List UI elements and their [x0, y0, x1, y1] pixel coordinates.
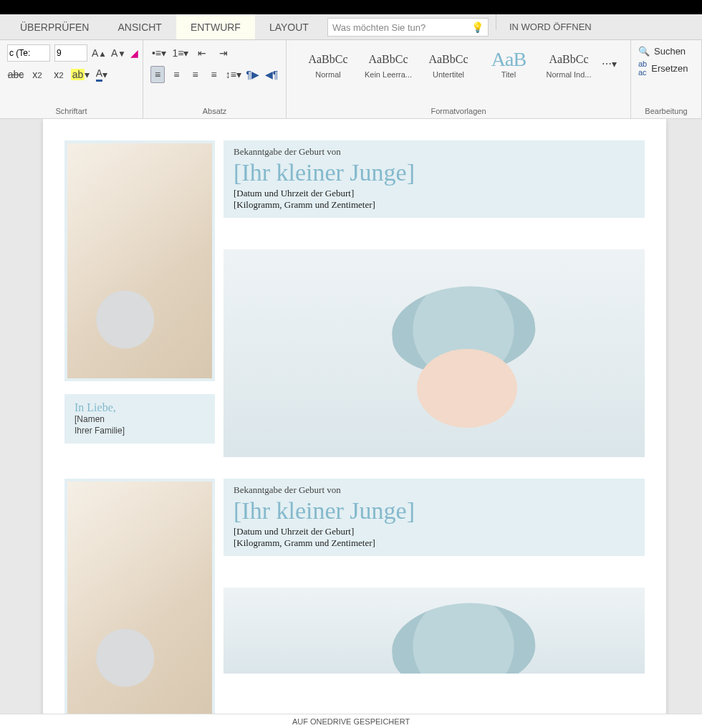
ribbon: A▲ A▼ ◢ abc x2 x2 ab▾ A▾ Schriftart •≡▾ …: [0, 40, 702, 119]
replace-label: Ersetzen: [651, 63, 688, 74]
style-sample: AaBbCc: [542, 49, 596, 70]
pacifier-image: [67, 482, 212, 717]
replace-button[interactable]: abac Ersetzen: [638, 59, 694, 77]
style-label: Normal Ind...: [542, 70, 596, 79]
love-heading: In Liebe,: [74, 401, 205, 414]
font-size-combo[interactable]: [54, 44, 87, 62]
group-editing: 🔍 Suchen abac Ersetzen Bearbeitung: [631, 40, 702, 118]
group-paragraph: •≡▾ 1≡▾ ⇤ ⇥ ≡ ≡ ≡ ≡ ↕≡▾ ¶▶ ◀¶ Absatz: [143, 40, 287, 118]
announce-header[interactable]: Bekanntgabe der Geburt von [Ihr kleiner …: [223, 140, 645, 218]
announcement-card-1: In Liebe, [Namen Ihrer Familie] Bekanntg…: [64, 140, 645, 457]
shrink-font-button[interactable]: A▼: [111, 44, 126, 62]
separator: [496, 14, 496, 30]
superscript-button[interactable]: x2: [50, 66, 67, 83]
style-label: Kein Leerra...: [361, 70, 415, 79]
highlight-button[interactable]: ab▾: [72, 66, 89, 83]
ltr-button[interactable]: ¶▶: [246, 66, 260, 83]
announce-title: [Ihr kleiner Junge]: [234, 497, 635, 525]
group-label-paragraph: Absatz: [150, 105, 279, 117]
style-no-spacing[interactable]: AaBbCc Kein Leerra...: [360, 47, 417, 80]
family-line1: [Namen: [74, 414, 205, 426]
group-label-font: Schriftart: [7, 105, 135, 117]
page-1[interactable]: In Liebe, [Namen Ihrer Familie] Bekanntg…: [43, 119, 666, 721]
subscript-button[interactable]: x2: [29, 66, 46, 83]
align-right-button[interactable]: ≡: [188, 66, 202, 83]
announcement-card-2: Bekanntgabe der Geburt von [Ihr kleiner …: [64, 479, 645, 719]
font-color-button[interactable]: A▾: [93, 66, 110, 83]
rtl-button[interactable]: ◀¶: [264, 66, 279, 83]
style-sample: AaBbCc: [421, 49, 476, 70]
pacifier-image: [67, 143, 212, 378]
align-center-button[interactable]: ≡: [169, 66, 183, 83]
styles-gallery: AaBbCc Normal AaBbCc Kein Leerra... AaBb…: [294, 44, 623, 80]
clear-format-button[interactable]: ◢: [130, 44, 138, 62]
style-normal[interactable]: AaBbCc Normal: [299, 47, 357, 80]
announce-header[interactable]: Bekanntgabe der Geburt von [Ihr kleiner …: [223, 479, 645, 556]
style-sample: AaBbCc: [361, 49, 415, 70]
grow-font-button[interactable]: A▲: [92, 44, 107, 62]
tab-view[interactable]: ANSICHT: [103, 14, 176, 39]
announce-line2: [Kilogramm, Gramm und Zentimeter]: [234, 199, 635, 211]
baby-face-shape: [417, 349, 517, 428]
status-bar: AUF ONEDRIVE GESPEICHERT: [0, 714, 702, 728]
document-canvas[interactable]: In Liebe, [Namen Ihrer Familie] Bekanntg…: [0, 119, 702, 721]
replace-icon: abac: [638, 59, 647, 77]
decrease-indent-button[interactable]: ⇤: [193, 44, 211, 62]
open-in-word-link[interactable]: IN WORD ÖFFNEN: [499, 14, 602, 39]
baby-image[interactable]: [223, 588, 645, 674]
font-name-combo[interactable]: [7, 44, 50, 62]
image-frame-small[interactable]: [64, 140, 215, 381]
style-sample: AaB: [481, 49, 536, 70]
tab-layout[interactable]: LAYOUT: [255, 14, 323, 39]
announce-line2: [Kilogramm, Gramm und Zentimeter]: [234, 537, 635, 549]
style-normal-indent[interactable]: AaBbCc Normal Ind...: [540, 47, 597, 80]
announce-pretext: Bekanntgabe der Geburt von: [234, 484, 635, 496]
tell-me-placeholder: Was möchten Sie tun?: [332, 22, 425, 33]
style-sample: AaBbCc: [301, 49, 355, 70]
style-subtitle[interactable]: AaBbCc Untertitel: [420, 47, 477, 80]
justify-button[interactable]: ≡: [207, 66, 221, 83]
ribbon-tabs: ÜBERPRÜFEN ANSICHT ENTWURF LAYOUT Was mö…: [0, 14, 702, 40]
find-button[interactable]: 🔍 Suchen: [638, 46, 694, 57]
numbering-button[interactable]: 1≡▾: [172, 44, 189, 62]
tab-review[interactable]: ÜBERPRÜFEN: [6, 14, 103, 39]
align-left-button[interactable]: ≡: [150, 66, 165, 83]
baby-image[interactable]: [223, 249, 645, 457]
group-label-styles: Formatvorlagen: [294, 105, 623, 117]
styles-more-button[interactable]: ⋯▾: [600, 55, 617, 72]
family-line2: Ihrer Familie]: [74, 426, 205, 437]
love-box[interactable]: In Liebe, [Namen Ihrer Familie]: [64, 394, 215, 444]
announce-pretext: Bekanntgabe der Geburt von: [234, 146, 635, 158]
announce-line1: [Datum und Uhrzeit der Geburt]: [234, 526, 635, 537]
style-label: Normal: [301, 70, 355, 79]
title-bar: [0, 0, 702, 14]
status-text: AUF ONEDRIVE GESPEICHERT: [292, 717, 410, 726]
line-spacing-button[interactable]: ↕≡▾: [226, 66, 241, 83]
lightbulb-icon: 💡: [471, 21, 484, 33]
binoculars-icon: 🔍: [638, 46, 650, 57]
group-styles: AaBbCc Normal AaBbCc Kein Leerra... AaBb…: [287, 40, 631, 118]
style-label: Untertitel: [421, 70, 476, 79]
strikethrough-button[interactable]: abc: [7, 66, 24, 83]
group-font: A▲ A▼ ◢ abc x2 x2 ab▾ A▾ Schriftart: [0, 40, 143, 118]
announce-title: [Ihr kleiner Junge]: [234, 159, 635, 186]
group-label-editing: Bearbeitung: [638, 105, 694, 117]
style-label: Titel: [481, 70, 536, 79]
increase-indent-button[interactable]: ⇥: [215, 44, 232, 62]
style-title[interactable]: AaB Titel: [480, 47, 537, 80]
announce-line1: [Datum und Uhrzeit der Geburt]: [234, 188, 635, 199]
find-label: Suchen: [654, 46, 686, 57]
tell-me-search[interactable]: Was möchten Sie tun? 💡: [327, 18, 489, 37]
baby-hat-shape: [388, 597, 539, 674]
image-frame-small[interactable]: [64, 479, 215, 719]
tab-design[interactable]: ENTWURF: [176, 14, 255, 39]
bullets-button[interactable]: •≡▾: [150, 44, 168, 62]
